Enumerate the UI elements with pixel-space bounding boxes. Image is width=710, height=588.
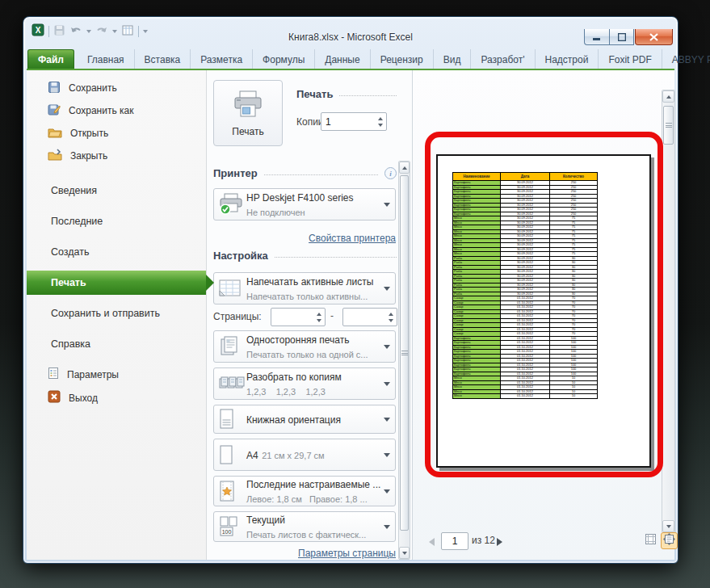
sidebar-item-recent[interactable]: Последние	[27, 206, 206, 237]
sidebar-item-label: Справка	[51, 338, 90, 350]
printer-device-icon	[219, 193, 246, 216]
sidebar-item-save-send[interactable]: Сохранить и отправить	[27, 298, 206, 329]
section-heading-print: Печать	[296, 88, 397, 100]
dropdown-title: Книжная ориентация	[246, 414, 341, 426]
backstage-view: Сохранить Сохранить как Открыть Закрыть	[27, 69, 674, 560]
sidebar-item-label: Открыть	[70, 128, 108, 139]
scrollbar-thumb[interactable]	[400, 175, 409, 531]
dropdown-subtitle: Печать листов с фактическ...	[246, 530, 366, 540]
printer-info: HP Deskjet F4100 series Не подключен	[246, 190, 379, 219]
minimize-button[interactable]	[584, 29, 609, 45]
preview-bottom-bar: 1 из 12	[413, 532, 674, 553]
show-margins-button[interactable]	[642, 532, 659, 549]
table-row: Мясо01.10.201210	[453, 394, 598, 399]
pages-from-stepper[interactable]	[271, 308, 326, 326]
tab-review[interactable]: Рецензир	[371, 49, 434, 69]
sidebar-item-help[interactable]: Справка	[27, 329, 206, 359]
table-header-row: Наименование Дата Количество	[453, 173, 598, 181]
portrait-icon	[219, 409, 246, 430]
svg-text:100: 100	[222, 529, 232, 535]
previous-page-arrow[interactable]	[429, 538, 435, 546]
tab-view[interactable]: Вид	[434, 49, 472, 69]
chevron-down-icon	[384, 489, 390, 494]
scroll-down-button[interactable]	[662, 520, 674, 532]
section-heading-settings: Настройка	[213, 250, 397, 262]
options-icon	[48, 367, 59, 382]
tab-addins[interactable]: Надстрой	[536, 49, 599, 69]
tab-foxit-pdf[interactable]: Foxit PDF	[599, 49, 662, 69]
tab-page-layout[interactable]: Разметка	[191, 49, 253, 69]
stepper-arrows[interactable]	[384, 309, 397, 326]
dropdown-text: А4 21 см x 29,7 см	[246, 447, 379, 462]
tab-data[interactable]: Данные	[315, 49, 370, 69]
tab-home[interactable]: Главная	[78, 49, 135, 69]
scrollbar-thumb[interactable]	[663, 106, 674, 145]
chevron-down-icon	[384, 203, 390, 207]
printer-properties-row: Свойства принтера	[213, 230, 396, 245]
duplex-select[interactable]: Односторонняя печать Печатать только на …	[213, 330, 396, 363]
next-page-arrow[interactable]	[497, 538, 502, 546]
sidebar-item-open[interactable]: Открыть	[27, 122, 206, 145]
copies-value[interactable]: 1	[321, 116, 374, 128]
sidebar-item-label: Параметры	[67, 369, 119, 380]
tab-insert[interactable]: Вставка	[135, 49, 191, 69]
margins-select[interactable]: Последние настраиваемые ... Левое: 1,8 с…	[213, 476, 396, 506]
sidebar-item-save-as[interactable]: Сохранить как	[27, 99, 206, 122]
preview-page: Наименование Дата Количество Картофель30…	[436, 154, 651, 468]
collate-select[interactable]: Разобрать по копиям 1,2,3 1,2,3 1,2,3	[213, 368, 396, 400]
printer-select[interactable]: HP Deskjet F4100 series Не подключен	[213, 188, 396, 220]
dropdown-title: Текущий	[246, 514, 285, 526]
sidebar-item-info[interactable]: Сведения	[27, 175, 206, 206]
dropdown-title: Напечатать активные листы	[246, 276, 373, 288]
tab-developer[interactable]: Разработ'	[471, 49, 535, 69]
settings-scrollbar[interactable]	[398, 161, 410, 560]
orientation-select[interactable]: Книжная ориентация	[213, 405, 396, 434]
scroll-up-button[interactable]	[399, 162, 410, 174]
desktop-background: X Книга8.xlsx - Microsoft Excel Файл	[0, 0, 710, 588]
dropdown-text: Текущий Печать листов с фактическ...	[246, 512, 379, 541]
close-button[interactable]	[635, 29, 673, 45]
sidebar-item-label: Сохранить как	[69, 105, 133, 116]
margins-icon	[219, 481, 246, 502]
sidebar-item-new[interactable]: Создать	[27, 237, 206, 267]
chevron-down-icon	[384, 345, 390, 349]
header-date: Дата	[501, 173, 550, 181]
zoom-to-page-button[interactable]	[661, 532, 678, 549]
sidebar-item-print[interactable]: Печать	[27, 271, 206, 295]
window-controls	[584, 29, 673, 45]
total-pages-label: из 12	[472, 535, 495, 546]
current-page-input[interactable]: 1	[441, 532, 468, 550]
show-margins-icon	[645, 533, 657, 548]
page-setup-link[interactable]: Параметры страницы	[298, 548, 396, 559]
collate-icon	[219, 374, 246, 393]
copies-stepper[interactable]: 1	[321, 112, 387, 131]
printer-properties-link[interactable]: Свойства принтера	[309, 233, 396, 244]
tab-file[interactable]: Файл	[27, 49, 74, 69]
preview-scrollbar[interactable]	[662, 90, 675, 533]
print-what-select[interactable]: Напечатать активные листы Напечатать тол…	[213, 272, 396, 304]
stepper-arrows[interactable]	[374, 113, 386, 130]
tab-formulas[interactable]: Формулы	[253, 49, 315, 69]
paper-size-select[interactable]: А4 21 см x 29,7 см	[213, 439, 396, 471]
sidebar-item-save[interactable]: Сохранить	[27, 77, 206, 99]
save-icon	[48, 81, 61, 96]
scroll-down-button[interactable]	[399, 547, 410, 559]
print-button[interactable]: Печать	[213, 80, 283, 146]
preview-table: Наименование Дата Количество Картофель30…	[452, 172, 598, 399]
info-icon[interactable]: i	[384, 167, 397, 179]
sidebar-item-label: Создать	[51, 246, 90, 258]
backstage-sidebar: Сохранить Сохранить как Открыть Закрыть	[27, 70, 207, 560]
sidebar-item-close[interactable]: Закрыть	[27, 145, 206, 167]
stepper-arrows[interactable]	[313, 309, 325, 326]
sidebar-item-exit[interactable]: Выход	[27, 386, 206, 410]
scroll-up-button[interactable]	[662, 90, 674, 103]
section-title: Печать	[296, 88, 333, 100]
header-qty: Количество	[550, 173, 598, 181]
pages-to-stepper[interactable]	[342, 308, 397, 326]
scaling-select[interactable]: 100 Текущий Печать листов с фактическ...	[213, 511, 396, 542]
tab-abbyy-pdf[interactable]: ABBYY PDF	[662, 49, 710, 69]
close-folder-icon	[48, 149, 62, 163]
page-setup-row: Параметры страницы	[213, 545, 396, 560]
sidebar-item-options[interactable]: Параметры	[27, 363, 206, 386]
maximize-button[interactable]	[609, 29, 634, 45]
